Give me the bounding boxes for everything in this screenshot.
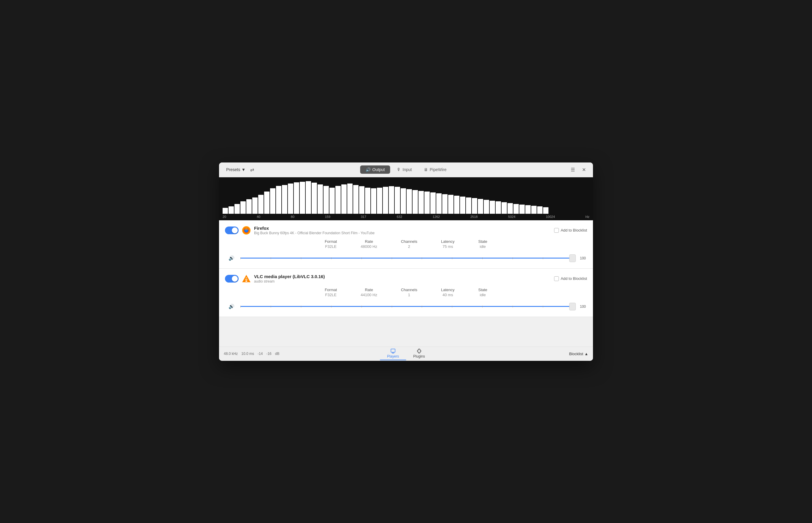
footer-db: dB [275,351,280,356]
footer-plugins-label: Plugins [413,354,425,358]
volume-tick [543,257,543,259]
eq-bar [413,190,418,214]
menu-button[interactable]: ☰ [568,166,577,174]
eq-bar [371,188,376,214]
vlc-volume-button[interactable]: 🔊 [226,301,237,312]
vlc-toggle[interactable] [225,275,239,283]
volume-tick [301,306,301,307]
firefox-name: Firefox [254,226,375,231]
vlc-volume-row: 🔊 100 [225,301,587,312]
eq-bar [436,193,442,214]
shuffle-button[interactable]: ⇄ [248,166,256,174]
eq-bar [407,189,412,214]
tab-output[interactable]: 🔊 Output [360,165,390,174]
footer-tab-plugins[interactable]: Plugins [406,347,432,360]
vlc-rate-value: 44100 Hz [361,293,377,297]
eq-bar [294,182,299,214]
tab-pipewire[interactable]: 🖥 PipeWire [418,165,452,174]
volume-tick [513,257,513,259]
freq-632: 632 [397,215,402,218]
mic-icon: 🎙 [397,167,401,172]
eq-bar [228,206,234,214]
eq-bar [478,199,483,214]
vlc-rate-stat: Rate 44100 Hz [361,288,377,297]
vlc-state-stat: State idle [478,288,487,297]
firefox-state-value: idle [478,244,487,249]
firefox-format-value: F32LE [325,244,337,249]
volume-tick [543,306,543,307]
eq-bar [324,186,329,214]
volume-tick [452,306,452,307]
volume-tick [240,257,241,259]
blocklist-button[interactable]: Blocklist ▲ [569,351,588,356]
vlc-volume-slider[interactable] [240,304,573,309]
presets-button[interactable]: Presets ▼ [224,166,248,173]
vlc-blocklist-label[interactable]: Add to Blocklist [554,276,587,281]
firefox-channels-value: 2 [401,244,417,249]
blocklist-label: Blocklist [569,351,583,356]
firefox-toggle[interactable] [225,227,239,234]
firefox-stats: Format F32LE Rate 48000 Hz Channels 2 La… [225,239,587,249]
vlc-state-value: idle [478,293,487,297]
eq-bar [531,206,537,214]
tab-pipewire-label: PipeWire [430,167,447,172]
player-header-firefox: Firefox Big Buck Bunny 60fps 4K - Offici… [225,226,587,235]
tab-input[interactable]: 🎙 Input [392,165,417,174]
footer-rate: 48.0 kHz [224,351,238,356]
eq-bar [359,186,364,214]
eq-bar [537,206,542,214]
eq-bar [460,197,465,214]
eq-bar [395,187,400,214]
eq-bar [442,194,448,214]
vlc-format-value: F32LE [325,293,337,297]
vlc-blocklist-checkbox[interactable] [554,276,559,281]
firefox-blocklist-checkbox[interactable] [554,228,559,233]
monitor-icon: 🖥 [424,167,428,172]
eq-bar [240,201,246,214]
vlc-icon [242,274,251,284]
footer-tab-players[interactable]: Players [380,347,406,360]
freq-20: 20 [223,215,226,218]
firefox-rate-value: 48000 Hz [361,244,377,249]
vlc-channels-stat: Channels 1 [401,288,417,297]
vlc-info: VLC media player (LibVLC 3.0.16) audio s… [254,274,325,284]
player-left-vlc: VLC media player (LibVLC 3.0.16) audio s… [225,274,325,284]
footer-level2: -16 [266,351,271,356]
vlc-stats: Format F32LE Rate 44100 Hz Channels 1 La… [225,288,587,297]
eq-bar [276,186,281,214]
volume-tick [422,257,422,259]
close-button[interactable]: ✕ [580,166,588,174]
main-tabs: 🔊 Output 🎙 Input 🖥 PipeWire [360,165,452,174]
eq-bar [306,181,311,214]
eq-bar [329,188,335,214]
volume-tick [452,257,452,259]
firefox-blocklist-label[interactable]: Add to Blocklist [554,228,587,233]
eq-bar [466,197,471,214]
players-icon [390,348,396,354]
firefox-latency-value: 75 ms [441,244,455,249]
vlc-latency-stat: Latency 40 ms [441,288,455,297]
firefox-icon [242,226,251,235]
eq-bar [454,196,460,214]
player-card-firefox: Firefox Big Buck Bunny 60fps 4K - Offici… [219,220,593,269]
volume-tick [240,306,241,307]
firefox-volume-row: 🔊 100 [225,253,587,264]
firefox-volume-slider[interactable] [240,255,573,261]
firefox-volume-ticks [240,257,573,259]
freq-1262: 1262 [433,215,440,218]
eq-bar [317,184,323,214]
freq-10024: 10024 [546,215,555,218]
vlc-volume-value: 100 [577,305,586,309]
vlc-format-label: Format [325,288,337,292]
freq-5024: 5024 [508,215,515,218]
eq-bar [282,185,287,214]
eq-bar [525,205,531,214]
eq-bar [514,204,519,214]
firefox-blocklist-text: Add to Blocklist [560,228,587,232]
volume-tick [482,306,483,307]
main-window: Presets ▼ ⇄ 🔊 Output 🎙 Input 🖥 PipeWire … [219,162,593,361]
equalizer: 20 40 80 159 317 632 1262 2518 5024 1002… [219,177,593,220]
vlc-blocklist-text: Add to Blocklist [560,276,587,281]
firefox-volume-button[interactable]: 🔊 [226,253,237,264]
freq-159: 159 [325,215,330,218]
